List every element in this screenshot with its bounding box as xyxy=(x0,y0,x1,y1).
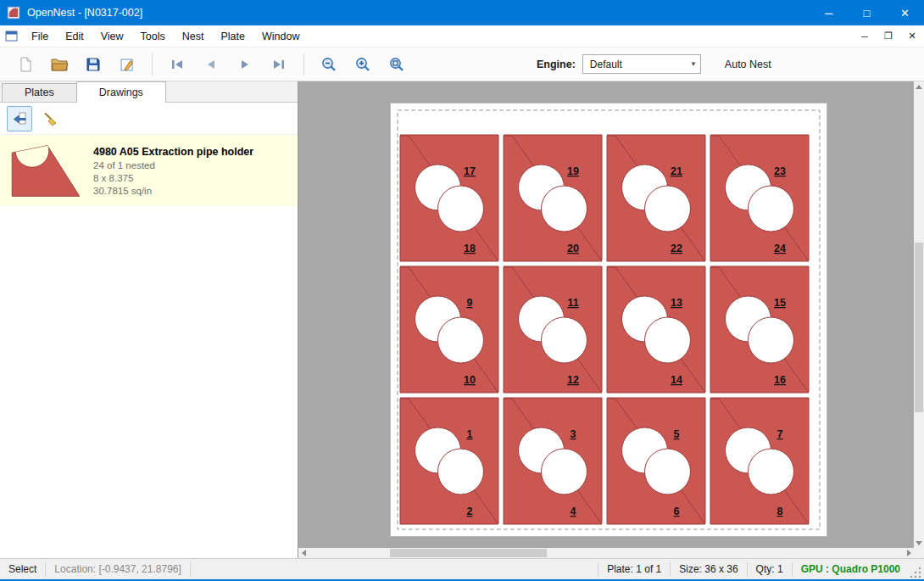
mdi-restore-button[interactable]: ❐ xyxy=(877,27,900,46)
zoom-in-button[interactable] xyxy=(348,50,377,79)
chevron-down-icon: ▼ xyxy=(690,60,697,68)
menu-item-plate[interactable]: Plate xyxy=(212,26,253,47)
new-file-button[interactable] xyxy=(11,50,40,79)
pipe-notch xyxy=(542,186,587,232)
part-thumbnail xyxy=(7,140,85,201)
assign-drawing-button[interactable] xyxy=(7,106,32,131)
plate-sheet[interactable]: 171819202122232491011121314151612345678 xyxy=(390,103,827,537)
edit-plate-button[interactable] xyxy=(113,50,142,79)
resize-grip-icon[interactable] xyxy=(909,566,922,579)
triangle-up-icon xyxy=(916,85,922,89)
mdi-minimize-button[interactable]: ─ xyxy=(853,27,877,46)
new-file-icon xyxy=(17,56,34,73)
part-number-label: 20 xyxy=(567,243,579,254)
zoom-fit-icon xyxy=(388,56,405,73)
pipe-notch xyxy=(438,317,484,363)
import-arrow-icon xyxy=(11,110,28,127)
minimize-button[interactable]: ─ xyxy=(810,0,848,25)
zoom-out-button[interactable] xyxy=(314,50,343,79)
nest-canvas[interactable]: 171819202122232491011121314151612345678 xyxy=(298,81,924,558)
clear-drawings-button[interactable] xyxy=(37,106,63,131)
mdi-child-icon xyxy=(5,31,18,42)
scroll-right-button[interactable] xyxy=(904,548,914,558)
toolbar-separator xyxy=(303,53,304,75)
part-number-label: 14 xyxy=(671,374,682,386)
scrollbar-corner xyxy=(914,548,924,558)
part-number-label: 13 xyxy=(671,297,682,309)
menu-item-nest[interactable]: Nest xyxy=(174,26,213,47)
broom-icon xyxy=(42,110,58,127)
part-number-label: 12 xyxy=(567,374,579,386)
horizontal-scrollbar[interactable] xyxy=(298,548,914,558)
vertical-scrollbar[interactable] xyxy=(914,81,924,548)
menu-item-view[interactable]: View xyxy=(92,26,132,47)
part-number-label: 11 xyxy=(567,297,578,309)
zoom-fit-button[interactable] xyxy=(382,50,411,79)
close-button[interactable]: ✕ xyxy=(886,0,924,25)
part-number-label: 15 xyxy=(774,297,786,309)
tab-plates[interactable]: Plates xyxy=(2,83,77,102)
horizontal-scroll-thumb[interactable] xyxy=(390,549,547,557)
scroll-up-button[interactable] xyxy=(914,81,924,92)
status-mode: Select xyxy=(0,563,45,575)
engine-group: Engine: Default ▼ Auto Nest xyxy=(537,54,778,75)
toolbar-separator xyxy=(152,53,153,75)
pipe-notch xyxy=(542,317,587,363)
status-gpu: GPU : Quadro P1000 xyxy=(793,563,909,575)
menu-item-tools[interactable]: Tools xyxy=(132,26,174,47)
menu-bar: FileEditViewToolsNestPlateWindow ─ ❐ ✕ xyxy=(0,25,924,47)
next-plate-button[interactable] xyxy=(231,50,259,79)
open-file-button[interactable] xyxy=(45,50,74,79)
sidebar-tabs: PlatesDrawings xyxy=(0,81,298,103)
last-arrow-icon xyxy=(270,56,287,73)
part-number-label: 9 xyxy=(467,297,473,309)
menu-item-file[interactable]: File xyxy=(23,26,57,47)
status-plate: Plate: 1 of 1 xyxy=(598,563,670,575)
mdi-close-button[interactable]: ✕ xyxy=(900,27,924,46)
app-window: OpenNest - [N0317-002] ─ □ ✕ FileEditVie… xyxy=(0,0,924,581)
app-logo-icon xyxy=(7,6,20,20)
drawing-info: 4980 A05 Extraction pipe holder 24 of 1 … xyxy=(93,146,253,196)
last-plate-button[interactable] xyxy=(264,50,293,79)
part-number-label: 7 xyxy=(777,428,783,440)
first-plate-button[interactable] xyxy=(163,50,192,79)
previous-plate-button[interactable] xyxy=(197,50,225,79)
part-number-label: 1 xyxy=(467,428,473,440)
part-number-label: 21 xyxy=(671,165,682,177)
main-toolbar: Engine: Default ▼ Auto Nest xyxy=(0,47,924,81)
menu-item-edit[interactable]: Edit xyxy=(57,26,92,47)
pipe-notch xyxy=(645,449,691,494)
pipe-notch xyxy=(749,317,794,363)
vertical-scroll-thumb[interactable] xyxy=(915,243,923,412)
drawing-list-item[interactable]: 4980 A05 Extraction pipe holder 24 of 1 … xyxy=(0,135,298,206)
drawing-nested-count: 24 of 1 nested xyxy=(93,160,253,170)
scroll-down-button[interactable] xyxy=(914,538,924,548)
part-number-label: 3 xyxy=(571,428,576,440)
auto-nest-button[interactable]: Auto Nest xyxy=(718,54,778,75)
part-number-label: 18 xyxy=(464,243,476,254)
menu-items: FileEditViewToolsNestPlateWindow xyxy=(23,26,308,47)
maximize-button[interactable]: □ xyxy=(848,0,886,25)
part-number-label: 23 xyxy=(774,165,786,177)
first-arrow-icon xyxy=(169,56,186,73)
status-qty: Qty: 1 xyxy=(748,563,792,575)
status-bar: Select Location: [-0.9437, 21.8796] Plat… xyxy=(0,558,924,579)
statusbar-separator xyxy=(190,562,191,577)
tab-drawings[interactable]: Drawings xyxy=(76,81,166,103)
part-number-label: 17 xyxy=(464,165,476,177)
triangle-right-icon xyxy=(907,550,911,556)
drawing-area: 30.7815 sq/in xyxy=(93,186,253,196)
menu-item-window[interactable]: Window xyxy=(253,26,308,47)
zoom-in-icon xyxy=(354,56,371,73)
status-location: Location: [-0.9437, 21.8796] xyxy=(46,563,189,575)
pipe-notch xyxy=(749,186,794,232)
part-number-label: 22 xyxy=(671,243,682,254)
save-button[interactable] xyxy=(79,50,108,79)
part-number-label: 2 xyxy=(467,506,473,517)
triangle-left-icon xyxy=(302,550,306,556)
part-number-label: 24 xyxy=(774,243,786,254)
scroll-left-button[interactable] xyxy=(298,548,309,558)
part-number-label: 19 xyxy=(567,165,579,177)
pipe-notch xyxy=(749,449,794,494)
engine-dropdown[interactable]: Default ▼ xyxy=(582,54,701,74)
